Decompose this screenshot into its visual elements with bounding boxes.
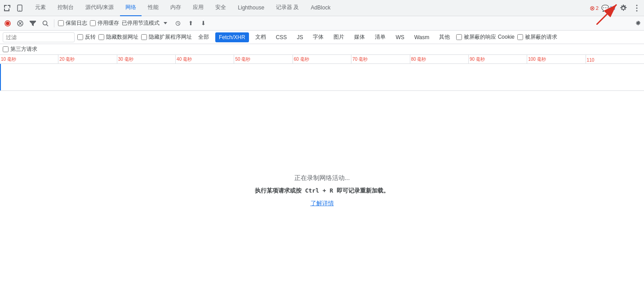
- filter-bar: 反转 隐藏数据网址 隐藏扩展程序网址 全部 Fetch/XHR 文档 CSS J…: [0, 31, 644, 44]
- tick-30: 30 毫秒: [117, 55, 175, 63]
- learn-more-link[interactable]: 了解详情: [311, 199, 334, 207]
- svg-point-4: [636, 4, 638, 6]
- chip-all[interactable]: 全部: [195, 32, 213, 42]
- chip-wasm[interactable]: Wasm: [411, 32, 433, 42]
- svg-point-6: [636, 10, 638, 11]
- clear-button[interactable]: [15, 18, 25, 28]
- timeline-body: [0, 64, 644, 91]
- third-party-row: 第三方请求: [0, 44, 644, 55]
- tick-40: 40 毫秒: [175, 55, 234, 63]
- mobile-icon[interactable]: [14, 3, 25, 13]
- reverse-input[interactable]: [77, 34, 83, 40]
- disable-cache-label: 停用缓存: [98, 19, 119, 27]
- throttle-label: 已停用节流模式: [122, 19, 160, 27]
- tab-console[interactable]: 控制台: [52, 0, 79, 16]
- preserve-log-label: 保留日志: [66, 19, 87, 27]
- blocked-requests-input[interactable]: [517, 34, 523, 40]
- tab-performance[interactable]: 性能: [142, 0, 164, 16]
- hide-data-urls-label: 隐藏数据网址: [106, 33, 138, 41]
- third-party-checkbox[interactable]: 第三方请求: [3, 45, 37, 53]
- tab-sources[interactable]: 源代码/来源: [80, 0, 119, 16]
- chip-css[interactable]: CSS: [272, 32, 291, 42]
- throttle-control: 已停用节流模式: [122, 18, 170, 28]
- tick-70: 70 毫秒: [351, 55, 409, 63]
- throttle-dropdown-icon[interactable]: [160, 18, 170, 28]
- more-options-icon[interactable]: [631, 3, 642, 13]
- blocked-requests-label: 被屏蔽的请求: [525, 33, 557, 41]
- tab-network[interactable]: 网络: [120, 0, 142, 16]
- blocked-cookies-label: 被屏蔽的响应 Cookie: [464, 33, 515, 41]
- svg-line-13: [47, 24, 49, 26]
- hide-data-urls-checkbox[interactable]: 隐藏数据网址: [98, 33, 138, 41]
- blocked-requests-checkbox[interactable]: 被屏蔽的请求: [517, 33, 557, 41]
- network-toolbar: 保留日志 停用缓存 已停用节流模式 ⬆ ⬇: [0, 16, 644, 31]
- download-icon[interactable]: ⬇: [198, 18, 208, 28]
- chip-media[interactable]: 媒体: [351, 32, 369, 42]
- chip-manifest[interactable]: 清单: [371, 32, 389, 42]
- main-content-area: 正在录制网络活动... 执行某项请求或按 Ctrl + R 即可记录重新加载。 …: [0, 91, 644, 291]
- tick-80: 80 毫秒: [410, 55, 468, 63]
- upload-icon[interactable]: ⬆: [186, 18, 195, 28]
- disable-cache-checkbox[interactable]: 停用缓存: [90, 19, 119, 27]
- recording-status-text: 正在录制网络活动...: [294, 174, 350, 182]
- network-settings-icon[interactable]: [635, 20, 641, 27]
- third-party-label: 第三方请求: [10, 45, 37, 53]
- svg-point-5: [636, 7, 638, 9]
- chip-other[interactable]: 其他: [435, 32, 453, 42]
- tab-application[interactable]: 应用: [187, 0, 209, 16]
- chip-fetch-xhr[interactable]: Fetch/XHR: [215, 32, 249, 42]
- hide-extension-urls-input[interactable]: [141, 34, 147, 40]
- hide-extension-urls-label: 隐藏扩展程序网址: [149, 33, 192, 41]
- warning-count: 18: [610, 5, 615, 11]
- tab-lighthouse[interactable]: Lighthouse: [232, 0, 270, 16]
- disable-cache-input[interactable]: [90, 20, 96, 26]
- tick-60: 60 毫秒: [293, 55, 351, 63]
- ctrl-r-hint: Ctrl + R: [305, 187, 333, 194]
- error-badge: ⊗ 2: [590, 4, 599, 12]
- svg-point-3: [19, 10, 20, 11]
- tick-110: 110: [586, 55, 644, 63]
- network-conditions-icon[interactable]: [173, 18, 183, 28]
- reverse-checkbox[interactable]: 反转: [77, 33, 96, 41]
- third-party-input[interactable]: [3, 46, 9, 52]
- search-icon[interactable]: [40, 18, 50, 28]
- timeline-area: 10 毫秒 20 毫秒 30 毫秒 40 毫秒 50 毫秒 60 毫秒 70 毫…: [0, 55, 644, 91]
- hide-data-urls-input[interactable]: [98, 34, 104, 40]
- filter-input[interactable]: [3, 32, 75, 42]
- preserve-log-checkbox[interactable]: 保留日志: [58, 19, 87, 27]
- svg-point-8: [6, 22, 9, 25]
- separator-1: [54, 19, 54, 27]
- tab-adblock[interactable]: AdBlock: [305, 0, 336, 16]
- nav-right-area: ⊗ 2 💬 18: [590, 3, 642, 13]
- tab-security[interactable]: 安全: [210, 0, 231, 16]
- tick-20: 20 毫秒: [58, 55, 116, 63]
- chip-font[interactable]: 字体: [309, 32, 327, 42]
- tick-50: 50 毫秒: [234, 55, 292, 63]
- filter-icon[interactable]: [28, 18, 38, 28]
- record-button[interactable]: [3, 18, 13, 28]
- blocked-cookies-input[interactable]: [456, 34, 462, 40]
- hint-suffix: 即可记录重新加载。: [333, 187, 389, 194]
- settings-icon[interactable]: [618, 3, 629, 13]
- tab-memory[interactable]: 内存: [165, 0, 187, 16]
- hide-extension-urls-checkbox[interactable]: 隐藏扩展程序网址: [141, 33, 192, 41]
- hint-prefix: 执行某项请求或按: [255, 187, 305, 194]
- svg-point-12: [43, 21, 47, 25]
- chip-image[interactable]: 图片: [330, 32, 348, 42]
- chip-js[interactable]: JS: [293, 32, 306, 42]
- inspect-element-icon[interactable]: [2, 3, 13, 13]
- tick-90: 90 毫秒: [468, 55, 527, 63]
- devtools-icons: [2, 3, 29, 13]
- tab-elements[interactable]: 元素: [30, 0, 51, 16]
- chip-ws[interactable]: WS: [392, 32, 408, 42]
- warning-icon: 💬: [601, 4, 609, 12]
- blocked-cookies-checkbox[interactable]: 被屏蔽的响应 Cookie: [456, 33, 515, 41]
- timeline-ruler: 10 毫秒 20 毫秒 30 毫秒 40 毫秒 50 毫秒 60 毫秒 70 毫…: [0, 55, 644, 64]
- warning-badge: 💬 18: [601, 4, 615, 12]
- chip-doc[interactable]: 文档: [252, 32, 270, 42]
- timeline-blue-line: [0, 64, 1, 91]
- hint-text: 执行某项请求或按 Ctrl + R 即可记录重新加载。: [255, 187, 389, 195]
- tab-recorder[interactable]: 记录器 及: [271, 0, 304, 16]
- tick-100: 100 毫秒: [527, 55, 585, 63]
- preserve-log-input[interactable]: [58, 20, 64, 26]
